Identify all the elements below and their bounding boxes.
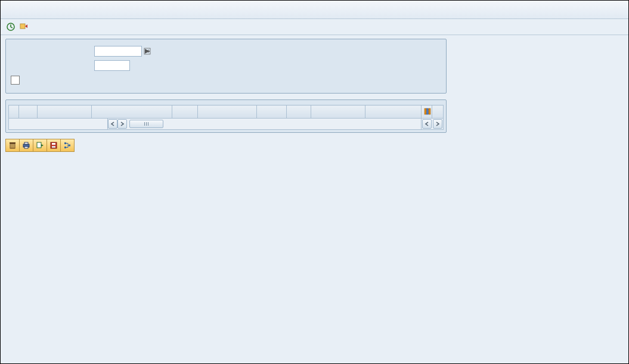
chevron-right-icon <box>435 122 440 126</box>
employee-data-group <box>5 99 447 133</box>
details-button[interactable] <box>60 139 75 152</box>
hscroll-left-end-button[interactable] <box>422 119 432 129</box>
variant-icon <box>19 22 29 32</box>
save-button[interactable] <box>47 139 60 152</box>
configure-columns-button[interactable] <box>421 105 432 119</box>
svg-rect-5 <box>429 108 430 114</box>
table-settings-icon <box>424 108 431 115</box>
table-header-row <box>9 105 444 119</box>
col-seq[interactable] <box>18 105 37 119</box>
svg-rect-4 <box>426 108 428 114</box>
bottom-toolbar <box>5 139 624 152</box>
svg-rect-15 <box>64 142 66 144</box>
col-claimdate[interactable] <box>311 105 365 119</box>
svg-rect-10 <box>24 147 28 148</box>
required-icon <box>143 47 151 55</box>
offcycle-reason-input[interactable] <box>94 60 130 71</box>
svg-rect-17 <box>69 145 70 147</box>
svg-rect-1 <box>20 24 25 29</box>
clock-execute-icon <box>6 22 16 32</box>
application-toolbar <box>1 19 628 35</box>
col-rowselector[interactable] <box>9 105 19 119</box>
svg-rect-13 <box>52 143 55 145</box>
col-claimval[interactable] <box>365 105 421 119</box>
col-nochk[interactable] <box>256 105 286 119</box>
disbursement-date-input[interactable] <box>94 46 142 57</box>
variant-button[interactable] <box>18 21 29 32</box>
chevron-left-icon <box>110 122 115 126</box>
chevron-right-icon <box>120 122 125 126</box>
testrun-checkbox[interactable] <box>11 76 20 85</box>
vscroll-header <box>432 105 444 119</box>
horizontal-scrollbar <box>8 119 444 130</box>
trash-icon <box>8 141 17 150</box>
svg-rect-7 <box>10 142 16 144</box>
svg-rect-11 <box>37 142 41 148</box>
hierarchy-icon <box>63 141 72 150</box>
hscroll-right-end-button[interactable] <box>433 119 442 129</box>
hscroll-left-button[interactable] <box>108 119 117 129</box>
reimbursement-details-group <box>5 39 447 94</box>
print-button[interactable] <box>19 139 33 152</box>
hscroll-thumb[interactable] <box>129 120 163 128</box>
svg-rect-14 <box>52 146 55 148</box>
app-window <box>0 0 629 364</box>
col-empno[interactable] <box>37 105 91 119</box>
title-bar <box>1 1 628 19</box>
svg-rect-16 <box>64 147 66 148</box>
col-disbursement[interactable] <box>198 105 257 119</box>
export-icon <box>36 141 44 150</box>
group-title-table <box>6 100 446 105</box>
delete-row-button[interactable] <box>5 139 19 152</box>
col-info[interactable] <box>286 105 311 119</box>
svg-rect-9 <box>24 142 28 144</box>
svg-rect-3 <box>425 108 426 114</box>
export-button[interactable] <box>33 139 47 152</box>
col-type[interactable] <box>172 105 198 119</box>
col-empname[interactable] <box>91 105 172 119</box>
execute-button[interactable] <box>5 21 16 32</box>
printer-icon <box>22 141 30 150</box>
chevron-left-icon <box>425 122 429 126</box>
employee-table <box>8 105 444 119</box>
diskette-icon <box>49 141 58 150</box>
hscroll-right-button[interactable] <box>117 119 127 129</box>
body-area <box>1 35 628 364</box>
